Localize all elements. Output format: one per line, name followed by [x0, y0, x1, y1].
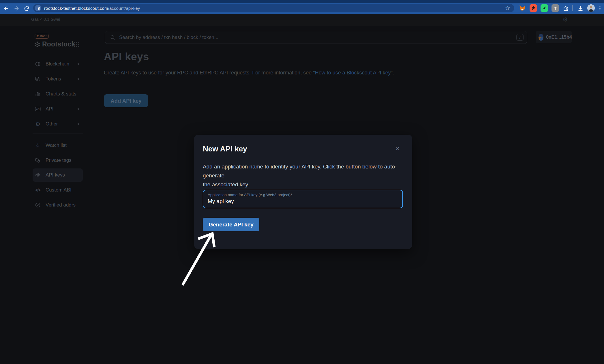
network-badge: testnet	[35, 34, 49, 39]
url-host: rootstock-testnet.blockscout.com	[44, 6, 108, 11]
sidebar-item-label: Private tags	[46, 157, 72, 163]
sidebar-divider	[33, 134, 83, 134]
sidebar-item-blockchain[interactable]: Blockchain	[33, 59, 83, 69]
new-api-key-modal: New API key ✕ Add an application name to…	[194, 135, 412, 249]
download-icon	[577, 5, 584, 12]
apps-grid-icon[interactable]	[74, 42, 80, 48]
browser-forward-button[interactable]	[11, 3, 22, 14]
chevron-right-icon	[76, 77, 80, 81]
extensions-puzzle-icon[interactable]	[562, 4, 569, 12]
sidebar-item-tokens[interactable]: Tokens	[33, 74, 83, 84]
tag-lock-icon	[35, 157, 41, 163]
sidebar-item-api[interactable]: API API	[33, 104, 83, 114]
browser-back-button[interactable]	[1, 3, 12, 14]
globe-icon	[35, 61, 41, 67]
browser-tab-strip	[0, 0, 604, 3]
application-name-input[interactable]	[208, 198, 395, 204]
downloads-button[interactable]	[575, 3, 586, 14]
sidebar-item-custom-abi[interactable]: </> Custom ABI	[33, 185, 83, 195]
site-settings-icon[interactable]	[35, 5, 41, 11]
page-description-text: Create API keys to use for your RPC and …	[104, 70, 313, 76]
sidebar-item-charts-stats[interactable]: Charts & stats	[33, 89, 83, 99]
sidebar-item-private-tags[interactable]: Private tags	[33, 155, 83, 166]
screenshot-root: rootstock-testnet.blockscout.com/account…	[0, 0, 604, 364]
url-path: /account/api-key	[108, 6, 140, 11]
code-icon: </>	[35, 187, 41, 193]
page-top-bar	[0, 14, 604, 26]
red-extension-icon[interactable]	[530, 4, 537, 12]
modal-body-text: Add an application name to identify your…	[203, 162, 399, 189]
back-arrow-icon	[3, 5, 10, 12]
sidebar-item-api-keys[interactable]: API keys	[33, 168, 83, 182]
application-name-field: Application name for API key (e.g Web3 p…	[203, 190, 403, 208]
sidebar-item-label: Watch list	[46, 142, 67, 148]
page-description: Create API keys to use for your RPC and …	[104, 70, 394, 76]
rootstock-logo-icon	[34, 41, 41, 48]
sidebar-item-label: Tokens	[46, 76, 61, 82]
modal-body-line2: the associated key.	[203, 180, 399, 189]
sidebar-item-label: Verified addrs	[46, 202, 76, 208]
add-api-key-button[interactable]: Add API key	[104, 94, 148, 107]
t-extension-icon[interactable]: T	[552, 4, 559, 12]
forward-arrow-icon	[13, 5, 20, 12]
api-key-icon	[35, 172, 41, 178]
page-title: API keys	[104, 51, 149, 63]
api-box-icon: API	[35, 106, 41, 112]
api-key-docs-link[interactable]: "How to use a Blockscout API key"	[313, 70, 393, 76]
modal-body-line1: Add an application name to identify your…	[203, 162, 399, 180]
sidebar-item-verified-addrs[interactable]: Verified addrs	[33, 200, 83, 210]
close-icon: ✕	[395, 146, 400, 152]
bar-chart-icon	[35, 91, 41, 97]
bookmark-star-icon[interactable]: ☆	[505, 5, 510, 11]
brand-name: Rootstock	[42, 40, 75, 48]
generate-api-key-button[interactable]: Generate API key	[203, 218, 259, 231]
svg-text:API: API	[36, 108, 40, 110]
sidebar-item-label: API keys	[46, 172, 65, 178]
account-address: 0xE1...15b4	[546, 34, 572, 40]
sidebar-item-other[interactable]: ⚙ Other	[33, 119, 83, 129]
account-identicon	[539, 34, 543, 41]
gear-icon: ⚙	[35, 121, 41, 127]
reload-icon	[24, 5, 30, 12]
browser-menu-button[interactable]	[595, 3, 604, 14]
keyboard-shortcut-hint: /	[516, 34, 524, 41]
url-bar[interactable]: rootstock-testnet.blockscout.com/account…	[33, 4, 514, 12]
browser-chrome: rootstock-testnet.blockscout.com/account…	[0, 0, 604, 14]
kebab-menu-icon	[597, 6, 603, 11]
sidebar-item-watch-list[interactable]: ☆ Watch list	[33, 140, 83, 151]
account-button[interactable]: 0xE1...15b4	[536, 31, 572, 43]
brand-logo[interactable]: Rootstock	[34, 40, 75, 48]
chevron-right-icon	[76, 62, 80, 66]
browser-reload-button[interactable]	[21, 3, 32, 14]
url-text: rootstock-testnet.blockscout.com/account…	[44, 6, 140, 11]
modal-title: New API key	[203, 145, 247, 153]
coins-icon	[35, 76, 41, 82]
application-name-label: Application name for API key (e.g Web3 p…	[208, 193, 292, 197]
gas-tracker[interactable]: Gas < 0.1 Gwei	[31, 17, 60, 22]
sidebar-item-label: Blockchain	[46, 61, 69, 67]
sidebar-item-label: Custom ABI	[46, 187, 72, 193]
sidebar-item-label: Charts & stats	[46, 91, 76, 97]
search-input[interactable]	[119, 35, 527, 40]
search-icon	[110, 35, 116, 40]
search-bar: /	[105, 31, 527, 44]
sidebar-item-label: API	[46, 106, 53, 112]
page-description-suffix: .	[393, 70, 394, 76]
check-circle-icon	[35, 202, 41, 208]
page-content: Gas < 0.1 Gwei ⚙ testnet Rootstock Block…	[0, 14, 604, 364]
sidebar-item-label: Other	[46, 121, 58, 127]
modal-close-button[interactable]: ✕	[393, 145, 402, 153]
chevron-right-icon	[76, 122, 80, 126]
star-icon: ☆	[35, 142, 41, 148]
browser-profile-avatar[interactable]	[587, 4, 595, 12]
chevron-right-icon	[76, 107, 80, 111]
green-extension-icon[interactable]	[541, 4, 548, 12]
t-extension-letter: T	[554, 6, 556, 11]
settings-gear-icon[interactable]: ⚙	[562, 16, 568, 22]
toolbar-separator	[572, 5, 573, 11]
metamask-extension-icon[interactable]	[519, 4, 526, 12]
